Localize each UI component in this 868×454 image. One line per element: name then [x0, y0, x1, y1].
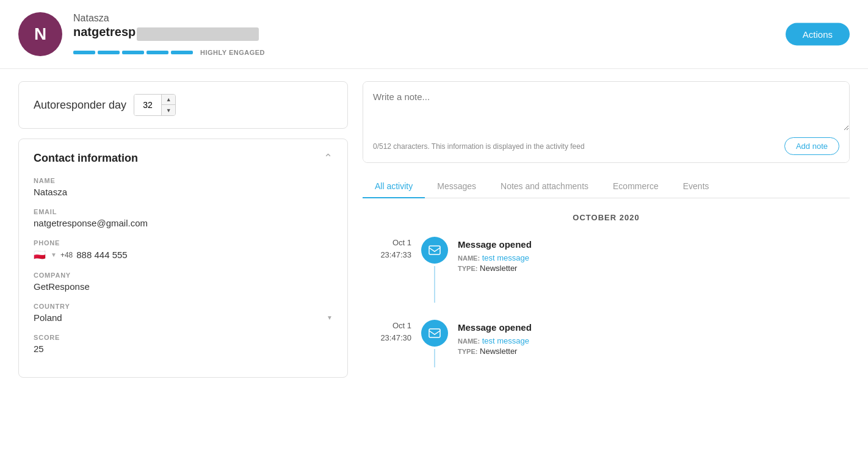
phone-number: 888 444 555	[76, 250, 127, 260]
contact-info-title: Contact information	[34, 152, 138, 165]
chevron-up-icon[interactable]: ⌃	[324, 151, 333, 165]
contact-info-header: Contact information ⌃	[34, 151, 333, 165]
contact-info-card: Contact information ⌃ NAME Natasza EMAIL…	[18, 139, 348, 378]
activity-name-value-2: test message	[482, 336, 529, 345]
name-value: Natasza	[34, 187, 333, 197]
activity-meta-type-1: TYPE: Newsletter	[458, 264, 850, 273]
tab-ecommerce[interactable]: Ecommerce	[601, 175, 671, 198]
activity-content-1: Message opened NAME: test message TYPE: …	[458, 237, 850, 274]
autoresponder-day-input[interactable]	[134, 95, 161, 115]
field-score: SCORE 25	[34, 334, 333, 354]
field-phone: PHONE 🇵🇱 ▼ +48 888 444 555	[34, 239, 333, 261]
bar-1	[73, 51, 95, 54]
activity-time-1: Oct 1 23:47:33	[363, 237, 411, 261]
activity-type-value-2: Newsletter	[480, 347, 517, 356]
activity-item: Oct 1 23:47:33 Message opened NA	[363, 237, 850, 303]
bar-2	[98, 51, 120, 54]
name-label: NAME	[34, 177, 333, 184]
activity-meta-name-2: NAME: test message	[458, 336, 850, 345]
country-value: Poland	[34, 312, 62, 323]
country-row[interactable]: Poland ▼	[34, 312, 333, 323]
contact-header: N Natasza natgetresp HIGHLY ENGAGED Acti…	[0, 0, 868, 69]
activity-name-value-1: test message	[482, 253, 529, 262]
activity-title-2: Message opened	[458, 322, 850, 333]
tab-messages[interactable]: Messages	[425, 175, 488, 198]
activity-icon-wrapper-2	[421, 320, 448, 367]
phone-label: PHONE	[34, 239, 333, 247]
email-blurred	[137, 27, 259, 41]
phone-code: +48	[60, 251, 73, 259]
field-country: COUNTRY Poland ▼	[34, 303, 333, 323]
activity-content-2: Message opened NAME: test message TYPE: …	[458, 320, 850, 357]
email-label: EMAIL	[34, 208, 333, 215]
field-company: COMPANY GetResponse	[34, 272, 333, 292]
autoresponder-label: Autoresponder day	[34, 99, 126, 112]
avatar: N	[18, 12, 62, 56]
stepper-down[interactable]: ▼	[162, 105, 175, 115]
left-panel: Autoresponder day ▲ ▼ Contact informatio…	[18, 81, 348, 384]
activity-feed: OCTOBER 2020 Oct 1 23:47:33	[363, 213, 850, 367]
note-textarea[interactable]	[363, 82, 849, 131]
field-name: NAME Natasza	[34, 177, 333, 197]
phone-flag: 🇵🇱	[34, 249, 46, 261]
bar-3	[122, 51, 144, 54]
tab-events[interactable]: Events	[671, 175, 722, 198]
activity-meta-type-2: TYPE: Newsletter	[458, 347, 850, 356]
message-opened-icon-2	[421, 320, 448, 347]
tab-notes-attachments[interactable]: Notes and attachments	[488, 175, 601, 198]
stepper-up[interactable]: ▲	[162, 95, 175, 105]
note-char-count: 0/512 characters. This information is di…	[373, 142, 585, 151]
activity-icon-wrapper-1	[421, 237, 448, 303]
message-opened-icon-1	[421, 237, 448, 264]
phone-flag-dropdown[interactable]: ▼	[51, 251, 57, 258]
tab-all-activity[interactable]: All activity	[363, 175, 425, 198]
note-card: 0/512 characters. This information is di…	[363, 81, 850, 163]
activity-line-2	[434, 349, 435, 367]
engagement-label: HIGHLY ENGAGED	[200, 49, 265, 56]
header-email-prefix: natgetresp	[73, 25, 136, 39]
note-footer: 0/512 characters. This information is di…	[363, 132, 849, 162]
phone-row: 🇵🇱 ▼ +48 888 444 555	[34, 249, 333, 261]
company-label: COMPANY	[34, 272, 333, 279]
country-label: COUNTRY	[34, 303, 333, 310]
activity-time-2: Oct 1 23:47:30	[363, 320, 411, 344]
score-value: 25	[34, 344, 333, 354]
main-content: Autoresponder day ▲ ▼ Contact informatio…	[0, 69, 868, 397]
email-value: natgetresponse@gmail.com	[34, 218, 333, 228]
score-label: SCORE	[34, 334, 333, 341]
activity-tabs: All activity Messages Notes and attachme…	[363, 175, 850, 198]
engagement-bar: HIGHLY ENGAGED	[73, 49, 265, 56]
activity-meta-name-1: NAME: test message	[458, 253, 850, 262]
country-dropdown-icon[interactable]: ▼	[327, 314, 333, 321]
field-email: EMAIL natgetresponse@gmail.com	[34, 208, 333, 228]
day-stepper: ▲ ▼	[161, 95, 175, 115]
actions-button[interactable]: Actions	[786, 23, 850, 46]
header-info: Natasza natgetresp HIGHLY ENGAGED	[73, 13, 265, 56]
activity-item-2: Oct 1 23:47:30 Message opened NA	[363, 320, 850, 367]
activity-type-value-1: Newsletter	[480, 264, 517, 273]
activity-month: OCTOBER 2020	[363, 213, 850, 222]
activity-title-1: Message opened	[458, 239, 850, 250]
autoresponder-card: Autoresponder day ▲ ▼	[18, 81, 348, 129]
activity-line-1	[434, 266, 435, 303]
day-input-wrapper: ▲ ▼	[134, 94, 176, 116]
svg-rect-0	[429, 246, 440, 254]
bar-4	[146, 51, 168, 54]
add-note-button[interactable]: Add note	[784, 137, 839, 155]
bar-5	[171, 51, 193, 54]
company-value: GetResponse	[34, 281, 333, 292]
svg-rect-1	[429, 329, 440, 337]
header-name: Natasza	[73, 13, 265, 24]
right-panel: 0/512 characters. This information is di…	[363, 81, 850, 384]
